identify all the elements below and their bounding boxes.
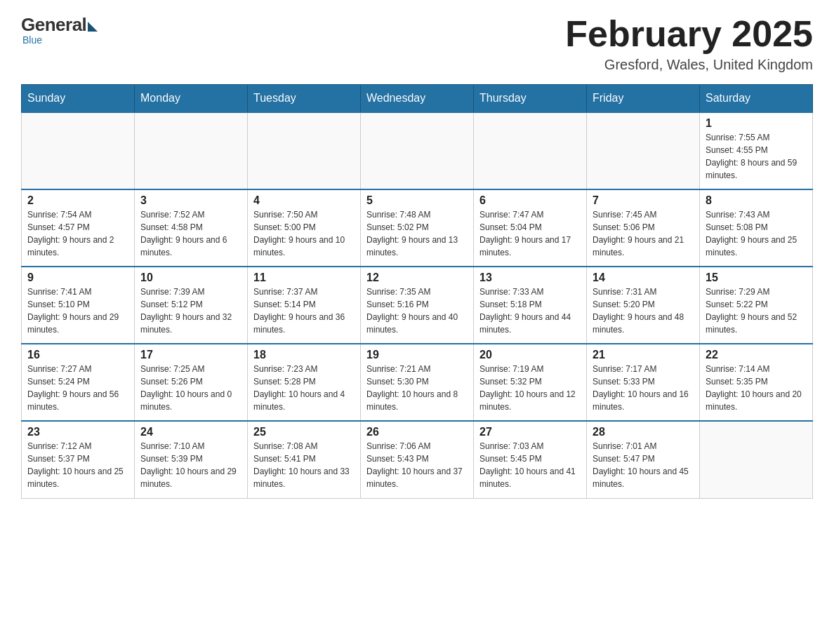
day-number: 25 xyxy=(253,426,355,438)
calendar-cell: 28Sunrise: 7:01 AM Sunset: 5:47 PM Dayli… xyxy=(587,421,700,498)
calendar-cell xyxy=(135,112,248,189)
calendar-table: SundayMondayTuesdayWednesdayThursdayFrid… xyxy=(21,84,813,499)
calendar-cell: 25Sunrise: 7:08 AM Sunset: 5:41 PM Dayli… xyxy=(248,421,361,498)
day-number: 28 xyxy=(593,426,694,438)
day-number: 21 xyxy=(593,349,694,361)
calendar-cell: 6Sunrise: 7:47 AM Sunset: 5:04 PM Daylig… xyxy=(474,189,587,267)
day-number: 22 xyxy=(706,349,807,361)
page-header: General Blue February 2025 Gresford, Wal… xyxy=(21,14,813,73)
day-info-text: Sunrise: 7:50 AM Sunset: 5:00 PM Dayligh… xyxy=(253,208,355,259)
day-number: 2 xyxy=(27,194,128,207)
calendar-cell: 27Sunrise: 7:03 AM Sunset: 5:45 PM Dayli… xyxy=(474,421,587,498)
calendar-cell xyxy=(248,112,361,189)
logo-arrow-icon xyxy=(88,22,98,32)
location-text: Gresford, Wales, United Kingdom xyxy=(565,57,813,73)
day-info-text: Sunrise: 7:08 AM Sunset: 5:41 PM Dayligh… xyxy=(253,440,355,490)
day-number: 12 xyxy=(366,271,468,284)
calendar-cell: 18Sunrise: 7:23 AM Sunset: 5:28 PM Dayli… xyxy=(248,344,361,421)
day-info-text: Sunrise: 7:31 AM Sunset: 5:20 PM Dayligh… xyxy=(593,286,694,336)
calendar-cell: 24Sunrise: 7:10 AM Sunset: 5:39 PM Dayli… xyxy=(135,421,248,498)
day-number: 26 xyxy=(366,426,468,438)
day-number: 20 xyxy=(479,349,581,361)
calendar-cell: 4Sunrise: 7:50 AM Sunset: 5:00 PM Daylig… xyxy=(248,189,361,267)
calendar-cell: 1Sunrise: 7:55 AM Sunset: 4:55 PM Daylig… xyxy=(700,112,813,189)
day-info-text: Sunrise: 7:01 AM Sunset: 5:47 PM Dayligh… xyxy=(593,440,694,490)
day-info-text: Sunrise: 7:29 AM Sunset: 5:22 PM Dayligh… xyxy=(706,286,807,336)
calendar-header-row: SundayMondayTuesdayWednesdayThursdayFrid… xyxy=(22,85,813,113)
day-info-text: Sunrise: 7:17 AM Sunset: 5:33 PM Dayligh… xyxy=(593,363,694,413)
calendar-cell: 21Sunrise: 7:17 AM Sunset: 5:33 PM Dayli… xyxy=(587,344,700,421)
day-info-text: Sunrise: 7:33 AM Sunset: 5:18 PM Dayligh… xyxy=(479,286,581,336)
day-info-text: Sunrise: 7:48 AM Sunset: 5:02 PM Dayligh… xyxy=(366,208,468,259)
day-number: 3 xyxy=(140,194,241,207)
calendar-cell: 16Sunrise: 7:27 AM Sunset: 5:24 PM Dayli… xyxy=(22,344,135,421)
calendar-cell: 17Sunrise: 7:25 AM Sunset: 5:26 PM Dayli… xyxy=(135,344,248,421)
day-number: 4 xyxy=(253,194,355,207)
weekday-header-tuesday: Tuesday xyxy=(248,85,361,113)
day-number: 8 xyxy=(706,194,807,207)
calendar-cell: 15Sunrise: 7:29 AM Sunset: 5:22 PM Dayli… xyxy=(700,267,813,344)
calendar-week-row: 16Sunrise: 7:27 AM Sunset: 5:24 PM Dayli… xyxy=(22,344,813,421)
day-info-text: Sunrise: 7:21 AM Sunset: 5:30 PM Dayligh… xyxy=(366,363,468,413)
day-info-text: Sunrise: 7:54 AM Sunset: 4:57 PM Dayligh… xyxy=(27,208,128,259)
weekday-header-sunday: Sunday xyxy=(22,85,135,113)
weekday-header-saturday: Saturday xyxy=(700,85,813,113)
day-info-text: Sunrise: 7:10 AM Sunset: 5:39 PM Dayligh… xyxy=(140,440,241,490)
day-info-text: Sunrise: 7:43 AM Sunset: 5:08 PM Dayligh… xyxy=(706,208,807,259)
day-info-text: Sunrise: 7:39 AM Sunset: 5:12 PM Dayligh… xyxy=(140,286,241,336)
day-number: 1 xyxy=(706,117,807,130)
day-info-text: Sunrise: 7:27 AM Sunset: 5:24 PM Dayligh… xyxy=(27,363,128,413)
day-number: 13 xyxy=(479,271,581,284)
calendar-cell xyxy=(22,112,135,189)
day-info-text: Sunrise: 7:12 AM Sunset: 5:37 PM Dayligh… xyxy=(27,440,128,490)
calendar-cell: 12Sunrise: 7:35 AM Sunset: 5:16 PM Dayli… xyxy=(361,267,474,344)
calendar-cell: 2Sunrise: 7:54 AM Sunset: 4:57 PM Daylig… xyxy=(22,189,135,267)
calendar-cell: 13Sunrise: 7:33 AM Sunset: 5:18 PM Dayli… xyxy=(474,267,587,344)
weekday-header-monday: Monday xyxy=(135,85,248,113)
day-number: 19 xyxy=(366,349,468,361)
calendar-cell xyxy=(587,112,700,189)
day-number: 15 xyxy=(706,271,807,284)
calendar-cell: 3Sunrise: 7:52 AM Sunset: 4:58 PM Daylig… xyxy=(135,189,248,267)
day-number: 27 xyxy=(479,426,581,438)
calendar-cell: 14Sunrise: 7:31 AM Sunset: 5:20 PM Dayli… xyxy=(587,267,700,344)
day-number: 16 xyxy=(27,349,128,361)
calendar-week-row: 2Sunrise: 7:54 AM Sunset: 4:57 PM Daylig… xyxy=(22,189,813,267)
title-section: February 2025 Gresford, Wales, United Ki… xyxy=(565,14,813,73)
calendar-cell: 11Sunrise: 7:37 AM Sunset: 5:14 PM Dayli… xyxy=(248,267,361,344)
calendar-cell xyxy=(474,112,587,189)
weekday-header-friday: Friday xyxy=(587,85,700,113)
calendar-cell: 23Sunrise: 7:12 AM Sunset: 5:37 PM Dayli… xyxy=(22,421,135,498)
day-info-text: Sunrise: 7:52 AM Sunset: 4:58 PM Dayligh… xyxy=(140,208,241,259)
calendar-cell: 7Sunrise: 7:45 AM Sunset: 5:06 PM Daylig… xyxy=(587,189,700,267)
calendar-week-row: 1Sunrise: 7:55 AM Sunset: 4:55 PM Daylig… xyxy=(22,112,813,189)
day-info-text: Sunrise: 7:19 AM Sunset: 5:32 PM Dayligh… xyxy=(479,363,581,413)
calendar-cell: 5Sunrise: 7:48 AM Sunset: 5:02 PM Daylig… xyxy=(361,189,474,267)
logo: General Blue xyxy=(21,14,98,46)
calendar-cell: 20Sunrise: 7:19 AM Sunset: 5:32 PM Dayli… xyxy=(474,344,587,421)
day-info-text: Sunrise: 7:25 AM Sunset: 5:26 PM Dayligh… xyxy=(140,363,241,413)
calendar-week-row: 23Sunrise: 7:12 AM Sunset: 5:37 PM Dayli… xyxy=(22,421,813,498)
day-number: 10 xyxy=(140,271,241,284)
calendar-cell: 26Sunrise: 7:06 AM Sunset: 5:43 PM Dayli… xyxy=(361,421,474,498)
day-info-text: Sunrise: 7:37 AM Sunset: 5:14 PM Dayligh… xyxy=(253,286,355,336)
calendar-cell xyxy=(700,421,813,498)
calendar-cell xyxy=(361,112,474,189)
month-year-title: February 2025 xyxy=(565,14,813,54)
day-number: 5 xyxy=(366,194,468,207)
day-info-text: Sunrise: 7:55 AM Sunset: 4:55 PM Dayligh… xyxy=(706,131,807,182)
day-info-text: Sunrise: 7:23 AM Sunset: 5:28 PM Dayligh… xyxy=(253,363,355,413)
calendar-cell: 9Sunrise: 7:41 AM Sunset: 5:10 PM Daylig… xyxy=(22,267,135,344)
day-info-text: Sunrise: 7:03 AM Sunset: 5:45 PM Dayligh… xyxy=(479,440,581,490)
day-number: 14 xyxy=(593,271,694,284)
weekday-header-wednesday: Wednesday xyxy=(361,85,474,113)
day-number: 18 xyxy=(253,349,355,361)
calendar-cell: 8Sunrise: 7:43 AM Sunset: 5:08 PM Daylig… xyxy=(700,189,813,267)
day-info-text: Sunrise: 7:14 AM Sunset: 5:35 PM Dayligh… xyxy=(706,363,807,413)
calendar-cell: 10Sunrise: 7:39 AM Sunset: 5:12 PM Dayli… xyxy=(135,267,248,344)
day-info-text: Sunrise: 7:45 AM Sunset: 5:06 PM Dayligh… xyxy=(593,208,694,259)
calendar-cell: 19Sunrise: 7:21 AM Sunset: 5:30 PM Dayli… xyxy=(361,344,474,421)
calendar-week-row: 9Sunrise: 7:41 AM Sunset: 5:10 PM Daylig… xyxy=(22,267,813,344)
day-info-text: Sunrise: 7:47 AM Sunset: 5:04 PM Dayligh… xyxy=(479,208,581,259)
day-number: 11 xyxy=(253,271,355,284)
